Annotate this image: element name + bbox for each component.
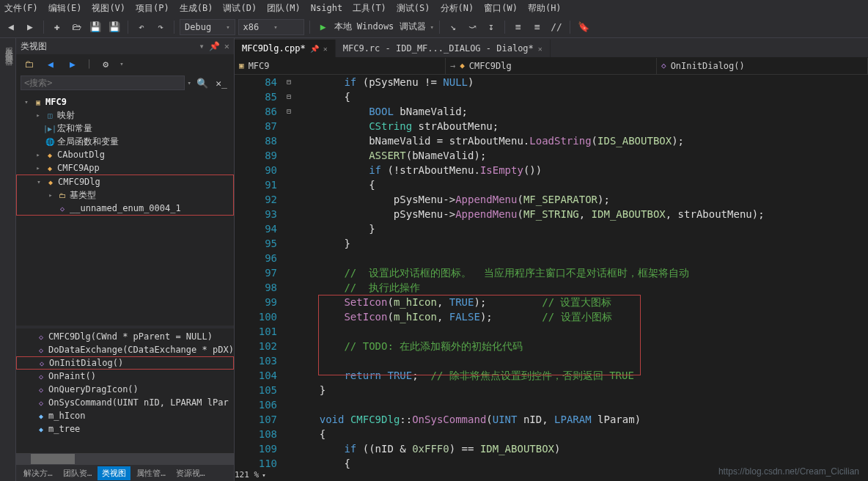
play-icon[interactable]: ▶	[315, 19, 331, 35]
member-item[interactable]: ◇OnInitDialog()	[16, 356, 234, 370]
saveall-icon[interactable]: 💾	[106, 19, 122, 35]
close-icon[interactable]: ✕	[538, 45, 542, 53]
panel-menu-icon[interactable]: ▾	[199, 41, 205, 51]
crumb-project[interactable]: ▣MFC9	[235, 58, 446, 74]
panel-title: 类视图	[21, 40, 47, 53]
tab-strip: MFC9Dlg.cpp*📌✕MFC9.rc - IDD_MF..._DIALOG…	[235, 38, 868, 57]
crumb-class[interactable]: → ◆CMFC9Dlg	[446, 58, 657, 74]
build-config-dropdown[interactable]: Debug	[180, 19, 235, 35]
stepover-icon[interactable]: ⤻	[464, 19, 480, 35]
member-item[interactable]: ◇OnQueryDragIcon()	[16, 383, 234, 396]
menu-item[interactable]: 窗口(W)	[484, 2, 518, 15]
member-item[interactable]: ◇DoDataExchange(CDataExchange * pDX)	[16, 343, 234, 356]
save-icon[interactable]: 💾	[87, 19, 103, 35]
indent-icon[interactable]: ≡	[510, 19, 526, 35]
close-icon[interactable]: ✕	[323, 45, 328, 53]
menu-item[interactable]: 工具(T)	[353, 2, 386, 15]
class-tree: ▾▣MFC9▸◫映射|▶|宏和常量🌐全局函数和变量▸◆CAboutDlg▸◆CM…	[16, 92, 234, 326]
fwd-icon[interactable]: ▶	[22, 19, 38, 35]
menu-item[interactable]: 文件(F)	[4, 2, 38, 15]
tree-node[interactable]: ▸◆CAboutDlg	[16, 148, 234, 161]
member-item[interactable]: ◆m_hIcon	[16, 409, 234, 422]
left-rail[interactable]: 服务器资源管理器	[0, 38, 16, 481]
bookmark-icon[interactable]: 🔖	[575, 19, 592, 35]
crumb-bar: ▣MFC9 → ◆CMFC9Dlg ◇OnInitDialog()	[235, 57, 868, 75]
close-icon[interactable]: ✕	[224, 41, 229, 51]
new-icon[interactable]: ✚	[49, 19, 65, 35]
member-item[interactable]: ◇OnPaint()	[16, 370, 234, 383]
member-list: ◇CMFC9Dlg(CWnd * pParent = NULL)◇DoDataE…	[16, 328, 234, 453]
tree-node[interactable]: |▶|宏和常量	[16, 122, 234, 135]
bottom-tab[interactable]: 类视图	[98, 466, 130, 480]
bottom-tabs: 解决方…团队资…类视图属性管…资源视…	[16, 465, 234, 481]
watermark: https://blog.csdn.net/Cream_Cicilian	[718, 466, 859, 477]
editor-area: MFC9Dlg.cpp*📌✕MFC9.rc - IDD_MF..._DIALOG…	[235, 38, 868, 481]
bottom-tab[interactable]: 团队资…	[59, 466, 97, 480]
tree-node[interactable]: ◇__unnamed_enum_0004_1	[17, 202, 233, 215]
tree-node[interactable]: ▾◆CMFC9Dlg	[17, 175, 233, 188]
search-input[interactable]	[21, 76, 185, 90]
menu-item[interactable]: 帮助(H)	[528, 2, 562, 15]
member-item[interactable]: ◆m_tree	[16, 422, 234, 436]
menu-item[interactable]: 分析(N)	[441, 2, 474, 15]
menu-item[interactable]: Nsight	[311, 3, 342, 13]
bottom-tab[interactable]: 资源视…	[172, 466, 210, 480]
redo-icon[interactable]: ↷	[152, 19, 169, 35]
editor-tab[interactable]: MFC9.rc - IDD_MF..._DIALOG - Dialog*✕	[336, 40, 551, 57]
run-label[interactable]: 本地 Windows 调试器	[334, 21, 426, 33]
platform-dropdown[interactable]: x86	[238, 19, 304, 35]
tree-node[interactable]: 🌐全局函数和变量	[16, 135, 234, 148]
tree-node[interactable]: ▸◆CMFC9App	[16, 161, 234, 175]
menu-item[interactable]: 生成(B)	[180, 2, 213, 15]
stepin-icon[interactable]: ↧	[483, 19, 499, 35]
member-item[interactable]: ◇OnSysCommand(UINT nID, LPARAM lPar	[16, 396, 234, 409]
clear-icon[interactable]: ✕̲	[213, 75, 229, 91]
zoom-level[interactable]: 121 % ▾	[235, 470, 266, 480]
back-icon[interactable]: ◀	[3, 19, 19, 35]
stepout-icon[interactable]: ↘	[445, 19, 461, 35]
member-item[interactable]: ◇CMFC9Dlg(CWnd * pParent = NULL)	[16, 330, 234, 343]
settings-icon[interactable]: ⚙	[98, 56, 114, 72]
menu-item[interactable]: 调试(D)	[223, 2, 257, 15]
open-icon[interactable]: 🗁	[68, 19, 84, 35]
toolbar: ◀ ▶ ✚ 🗁 💾 💾 ↶ ↷ Debug x86 ▶ 本地 Windows 调…	[0, 16, 868, 38]
newfolder-icon[interactable]: 🗀	[21, 56, 37, 72]
tree-node[interactable]: ▸🗀基类型	[17, 188, 233, 202]
tree-node[interactable]: ▾▣MFC9	[16, 95, 234, 109]
menu-item[interactable]: 编辑(E)	[48, 2, 82, 15]
hscroll[interactable]	[16, 453, 234, 465]
editor-tab[interactable]: MFC9Dlg.cpp*📌✕	[235, 40, 336, 57]
code-editor[interactable]: 8485868788899091929394959697989910010110…	[235, 75, 868, 481]
menu-bar: 文件(F)编辑(E)视图(V)项目(P)生成(B)调试(D)团队(M)Nsigh…	[0, 0, 868, 16]
menu-item[interactable]: 项目(P)	[136, 2, 169, 15]
tree-node[interactable]: ▸◫映射	[16, 109, 234, 122]
comment-icon[interactable]: //	[548, 19, 564, 35]
undo-icon[interactable]: ↶	[133, 19, 150, 35]
menu-item[interactable]: 团队(M)	[267, 2, 301, 15]
pin-icon[interactable]: 📌	[209, 41, 220, 51]
class-view-panel: 类视图 ▾ 📌 ✕ 🗀 ◀ ▶ | ⚙ ▾ ▾ 🔍 ✕̲ ▾▣MFC9▸◫映射|…	[16, 38, 235, 481]
fwd-icon[interactable]: ▶	[65, 56, 81, 72]
search-icon[interactable]: 🔍	[194, 75, 210, 91]
menu-item[interactable]: 视图(V)	[92, 2, 125, 15]
outdent-icon[interactable]: ≡	[529, 19, 545, 35]
bottom-tab[interactable]: 属性管…	[132, 466, 170, 480]
menu-item[interactable]: 测试(S)	[397, 2, 430, 15]
crumb-method[interactable]: ◇OnInitDialog()	[657, 58, 868, 74]
back-icon[interactable]: ◀	[43, 56, 59, 72]
bottom-tab[interactable]: 解决方…	[19, 466, 57, 480]
